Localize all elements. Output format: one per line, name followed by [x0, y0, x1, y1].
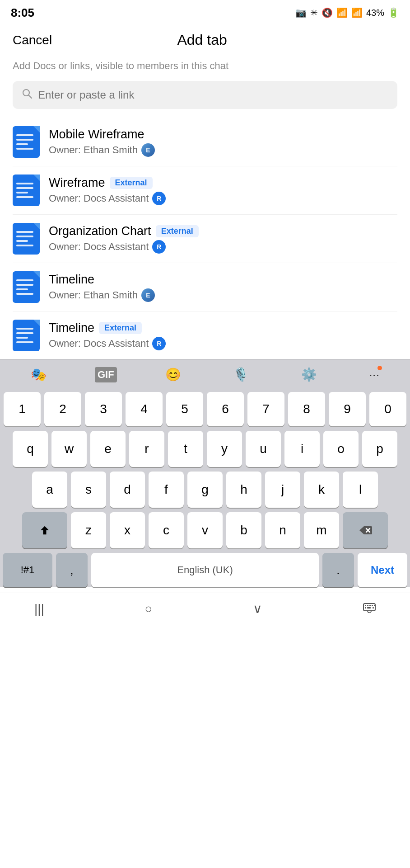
avatar [141, 288, 155, 302]
key-4[interactable]: 4 [126, 392, 163, 426]
back-nav-button[interactable]: ||| [27, 598, 51, 620]
key-6[interactable]: 6 [207, 392, 244, 426]
doc-info: Organization Chart External Owner: Docs … [49, 224, 397, 254]
comma-key[interactable]: , [56, 553, 88, 587]
key-7[interactable]: 7 [247, 392, 284, 426]
settings-icon[interactable]: ⚙️ [298, 365, 321, 384]
notification-dot [377, 366, 382, 370]
owner-label: Owner: Ethan Smith [49, 144, 138, 156]
period-key[interactable]: . [322, 553, 354, 587]
doc-line [16, 183, 33, 184]
page-title: Add tab [177, 32, 227, 48]
external-badge: External [99, 322, 142, 334]
key-a[interactable]: a [32, 472, 67, 508]
symbol-key[interactable]: !#1 [3, 553, 52, 587]
gif-icon[interactable]: GIF [95, 367, 117, 382]
search-icon [22, 88, 33, 102]
document-list: Mobile Wireframe Owner: Ethan Smith Wire… [0, 118, 410, 359]
key-q[interactable]: q [13, 431, 48, 467]
key-9[interactable]: 9 [329, 392, 366, 426]
key-t[interactable]: t [168, 431, 203, 467]
key-k[interactable]: k [304, 472, 339, 508]
key-i[interactable]: i [284, 431, 320, 467]
key-c[interactable]: c [149, 512, 184, 548]
search-input[interactable] [38, 89, 388, 101]
key-e[interactable]: e [90, 431, 126, 467]
battery-icon: 🔋 [388, 7, 399, 18]
doc-icon [13, 320, 40, 351]
key-u[interactable]: u [246, 431, 281, 467]
keyboard-hide-button[interactable] [356, 598, 383, 620]
description-text: Add Docs or links, visible to members in… [0, 57, 410, 81]
emoji-icon[interactable]: 😊 [162, 365, 185, 384]
key-b[interactable]: b [226, 512, 261, 548]
list-item[interactable]: Timeline External Owner: Docs Assistant … [0, 311, 410, 359]
key-m[interactable]: m [304, 512, 339, 548]
key-8[interactable]: 8 [288, 392, 325, 426]
avatar: R [152, 240, 166, 254]
bottom-nav-bar: ||| ○ ∨ [0, 593, 410, 629]
doc-icon [13, 271, 40, 303]
shift-key[interactable] [22, 512, 67, 548]
key-g[interactable]: g [187, 472, 223, 508]
list-item[interactable]: Timeline Owner: Ethan Smith [0, 263, 410, 311]
owner-label: Owner: Docs Assistant [49, 193, 149, 204]
doc-title: Timeline [49, 273, 94, 287]
list-item[interactable]: Organization Chart External Owner: Docs … [0, 215, 410, 263]
key-d[interactable]: d [110, 472, 145, 508]
space-key[interactable]: English (UK) [91, 553, 319, 587]
backspace-key[interactable] [343, 512, 388, 548]
sticker-icon[interactable]: 🎭 [27, 365, 50, 384]
doc-title-row: Mobile Wireframe [49, 127, 397, 142]
key-l[interactable]: l [343, 472, 378, 508]
svg-rect-7 [369, 605, 371, 606]
key-r[interactable]: r [129, 431, 164, 467]
external-badge: External [110, 177, 153, 189]
svg-rect-10 [365, 607, 366, 609]
number-row: 1 2 3 4 5 6 7 8 9 0 [3, 392, 407, 426]
key-0[interactable]: 0 [369, 392, 406, 426]
key-f[interactable]: f [149, 472, 184, 508]
cancel-button[interactable]: Cancel [13, 33, 52, 47]
list-item[interactable]: Mobile Wireframe Owner: Ethan Smith [0, 118, 410, 166]
doc-line [16, 245, 33, 246]
doc-info: Wireframe External Owner: Docs Assistant… [49, 176, 397, 205]
key-s[interactable]: s [71, 472, 106, 508]
avatar: R [152, 337, 166, 350]
list-item[interactable]: Wireframe External Owner: Docs Assistant… [0, 166, 410, 214]
key-n[interactable]: n [265, 512, 300, 548]
key-z[interactable]: z [71, 512, 106, 548]
wifi-icon: 📶 [336, 7, 348, 18]
key-5[interactable]: 5 [166, 392, 203, 426]
doc-title-row: Organization Chart External [49, 224, 397, 238]
key-j[interactable]: j [265, 472, 300, 508]
doc-title: Wireframe [49, 176, 105, 190]
doc-line [16, 284, 33, 286]
search-bar[interactable] [13, 81, 397, 109]
svg-line-1 [29, 95, 32, 99]
key-x[interactable]: x [110, 512, 145, 548]
camera-icon: 📷 [295, 7, 307, 18]
key-h[interactable]: h [226, 472, 261, 508]
mute-icon: 🔇 [321, 7, 333, 18]
doc-line [16, 328, 33, 330]
key-2[interactable]: 2 [44, 392, 81, 426]
doc-line [16, 196, 33, 198]
key-w[interactable]: w [51, 431, 87, 467]
home-nav-button[interactable]: ○ [138, 598, 160, 620]
doc-line [16, 134, 33, 136]
key-y[interactable]: y [207, 431, 242, 467]
key-o[interactable]: o [323, 431, 359, 467]
svg-rect-11 [367, 607, 371, 609]
next-key[interactable]: Next [358, 553, 407, 587]
key-3[interactable]: 3 [85, 392, 122, 426]
recents-nav-button[interactable]: ∨ [246, 598, 270, 620]
doc-owner-row: Owner: Ethan Smith [49, 143, 397, 157]
mic-icon[interactable]: 🎙️ [229, 365, 252, 384]
key-v[interactable]: v [187, 512, 223, 548]
more-icon[interactable]: ··· [365, 366, 383, 384]
doc-title: Mobile Wireframe [49, 127, 144, 142]
doc-info: Mobile Wireframe Owner: Ethan Smith [49, 127, 397, 157]
key-p[interactable]: p [362, 431, 397, 467]
key-1[interactable]: 1 [4, 392, 41, 426]
